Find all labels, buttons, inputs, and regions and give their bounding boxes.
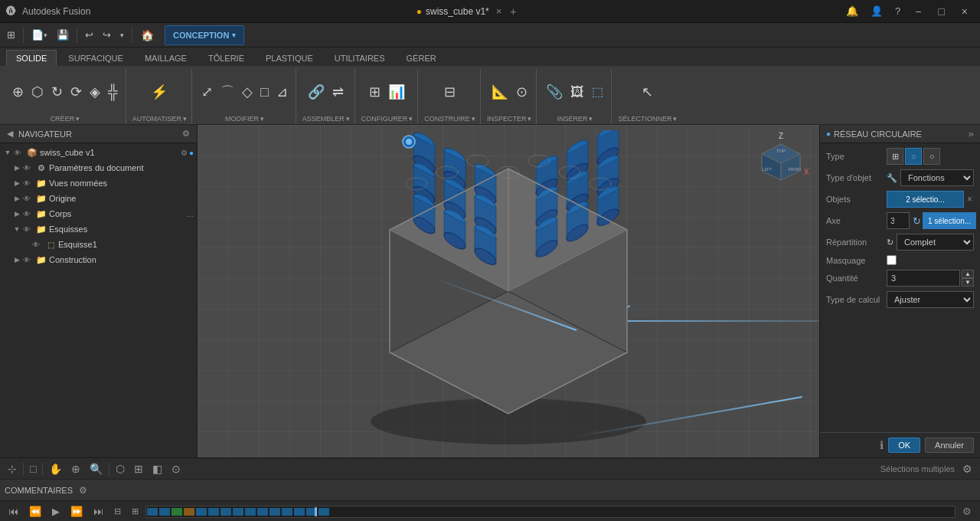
sweep-button[interactable]: ⟳ <box>67 84 85 100</box>
extrude-button[interactable]: ⬡ <box>28 84 47 100</box>
tl-item-7[interactable] <box>220 508 231 516</box>
tab-maillage[interactable]: MAILLAGE <box>135 50 197 66</box>
type-icon-path[interactable]: ○ <box>923 148 940 165</box>
minimize-button[interactable]: − <box>909 4 927 19</box>
chamfer-button[interactable]: ◇ <box>239 84 256 100</box>
revolve-button[interactable]: ↻ <box>48 84 66 100</box>
tl-prev-button[interactable]: ⏪ <box>25 504 45 519</box>
save-button[interactable]: 💾 <box>53 27 73 43</box>
maximize-button[interactable]: □ <box>932 4 950 19</box>
tree-vis-construction[interactable]: 👁 <box>23 256 34 264</box>
auto1-button[interactable]: ⚡ <box>148 84 171 100</box>
tl-item-5[interactable] <box>196 508 207 516</box>
section-button[interactable]: ⊙ <box>513 84 531 100</box>
tree-item-origine[interactable]: ▶ 👁 📁 Origine <box>0 191 197 206</box>
close-tab-button[interactable]: × <box>496 5 502 17</box>
tree-vis-esquisses[interactable]: 👁 <box>23 225 34 234</box>
tl-play-button[interactable]: ▶ <box>48 504 64 519</box>
tab-plastique[interactable]: PLASTIQUE <box>256 50 323 66</box>
zoom-fit-button[interactable]: ⊕ <box>68 461 83 477</box>
tab-solide[interactable]: SOLIDE <box>6 50 57 66</box>
tree-item-root[interactable]: ▼ 👁 📦 swiss_cube v1 ⚙ ● <box>0 145 197 160</box>
undo-button[interactable]: ↩ <box>81 27 97 43</box>
type-objet-select[interactable]: Fonctions <box>900 169 974 186</box>
tl-item-10[interactable] <box>257 508 268 516</box>
config2-button[interactable]: 📊 <box>385 84 408 100</box>
pan-button[interactable]: ✋ <box>46 461 65 477</box>
config1-button[interactable]: ⊞ <box>366 84 384 100</box>
tree-item-esquisse1[interactable]: 👁 ⬚ Esquisse1 <box>0 237 197 252</box>
annuler-button[interactable]: Annuler <box>925 437 974 453</box>
viewport[interactable]: Z TOP LEFT FRONT X <box>198 125 819 457</box>
masquage-checkbox[interactable] <box>887 255 897 265</box>
tab-gerer[interactable]: GÉRER <box>397 50 446 66</box>
select-button[interactable]: ↖ <box>639 84 656 100</box>
insert3-button[interactable]: ⬚ <box>589 84 606 100</box>
tl-item-3[interactable] <box>172 508 182 516</box>
objets-clear-button[interactable]: × <box>965 194 974 205</box>
tl-capture-button[interactable]: ⊞ <box>128 505 142 518</box>
view-cube-button[interactable]: ⬡ <box>113 461 128 477</box>
tl-item-11[interactable] <box>270 508 280 516</box>
conception-button[interactable]: CONCEPTION ▾ <box>165 25 244 45</box>
tree-item-vues[interactable]: ▶ 👁 📁 Vues nommées <box>0 175 197 191</box>
tree-item-esquisses[interactable]: ▼ 👁 📁 Esquisses <box>0 221 197 237</box>
tree-vis-origine[interactable]: 👁 <box>23 195 34 203</box>
tl-settings-button[interactable]: ⚙ <box>959 504 975 519</box>
tree-item-corps[interactable]: ▶ 👁 📁 Corps … <box>0 206 197 221</box>
snap-button[interactable]: ⊹ <box>5 461 20 477</box>
tab-tolerie[interactable]: TÔLERIE <box>198 50 254 66</box>
objets-selection-button[interactable]: 2 sélectio... <box>887 191 964 208</box>
insert1-button[interactable]: 📎 <box>543 84 566 100</box>
quantite-down-button[interactable]: ▼ <box>962 278 974 287</box>
capture-button[interactable]: □ <box>27 461 39 477</box>
effects-button[interactable]: ◧ <box>149 461 165 477</box>
tl-item-1[interactable] <box>147 508 158 516</box>
measure-button[interactable]: 📐 <box>488 84 511 100</box>
undo-dropdown-button[interactable]: ▾ <box>116 29 128 41</box>
environment-button[interactable]: ⊙ <box>168 461 184 477</box>
viewcube[interactable]: Z TOP LEFT FRONT X <box>750 133 812 186</box>
nav-settings-button[interactable]: ⚙ <box>180 128 192 139</box>
home-button[interactable]: 🏠 <box>136 27 158 44</box>
tl-item-8[interactable] <box>233 508 243 516</box>
grid-menu-button[interactable]: ⊞ <box>3 27 19 43</box>
axe-spinner[interactable] <box>887 212 910 229</box>
tree-vis-params[interactable]: 👁 <box>23 164 34 172</box>
close-button[interactable]: × <box>956 4 974 19</box>
joint-button[interactable]: 🔗 <box>305 84 328 100</box>
tree-vis-esquisse1[interactable]: 👁 <box>32 241 43 249</box>
tree-vis-vues[interactable]: 👁 <box>23 179 34 188</box>
tree-item-construction[interactable]: ▶ 👁 📁 Construction <box>0 252 197 267</box>
tree-vis-corps[interactable]: 👁 <box>23 210 34 218</box>
shell-button[interactable]: □ <box>257 84 272 100</box>
tl-item-12[interactable] <box>282 508 292 516</box>
display-button[interactable]: ⊞ <box>131 461 146 477</box>
tl-item-13[interactable] <box>294 508 305 516</box>
rib-button[interactable]: ╬ <box>105 84 121 100</box>
info-button[interactable]: ℹ <box>880 439 884 451</box>
zoom-in-button[interactable]: 🔍 <box>87 461 106 477</box>
timeline-track[interactable] <box>145 506 956 518</box>
help-icon[interactable]: ? <box>891 4 904 18</box>
statusbar-settings-button[interactable]: ⚙ <box>959 461 975 477</box>
ok-button[interactable]: OK <box>888 437 920 453</box>
axe-selection-button[interactable]: 1 sélection... <box>923 212 976 229</box>
prop-expand-button[interactable]: » <box>969 128 974 139</box>
nav-collapse-button[interactable]: ◀ <box>5 128 15 139</box>
tab-utilitaires[interactable]: UTILITAIRES <box>325 50 395 66</box>
tl-item-15[interactable] <box>318 508 329 516</box>
type-icon-circular[interactable]: ○ <box>905 148 922 165</box>
motion-link-button[interactable]: ⇌ <box>329 84 347 100</box>
quantite-up-button[interactable]: ▲ <box>962 270 974 278</box>
tl-item-4[interactable] <box>184 508 194 516</box>
new-tab-button[interactable]: + <box>510 5 516 18</box>
axe-pick-button[interactable]: ↻ <box>913 215 921 227</box>
tl-marker-button[interactable]: ⊟ <box>110 505 125 518</box>
type-icon-grid[interactable]: ⊞ <box>887 148 903 165</box>
type-calcul-select[interactable]: Ajuster <box>887 291 974 308</box>
new-component-button[interactable]: ⊕ <box>9 84 27 100</box>
tl-end-button[interactable]: ⏭ <box>90 504 107 519</box>
notification-icon[interactable]: 🔔 <box>842 4 862 18</box>
tl-item-6[interactable] <box>208 508 219 516</box>
